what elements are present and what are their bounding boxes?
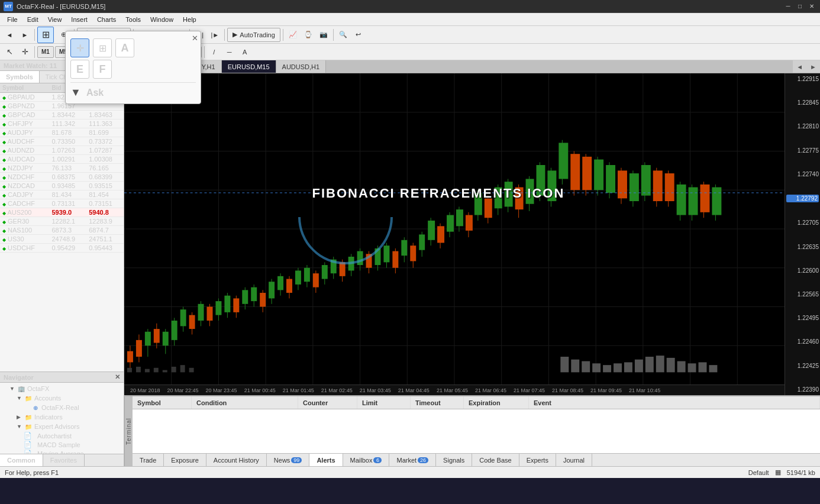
market-watch-row[interactable]: ◆ AUDCHF0.733500.73372: [0, 137, 124, 146]
mw-bid: 0.68375: [49, 173, 86, 182]
mw-ask: 111.363: [86, 119, 124, 128]
nav-autochartist[interactable]: 📄 Autochartist: [0, 431, 124, 440]
popup-crosshair-btn[interactable]: ✛: [70, 38, 89, 57]
svg-rect-46: [233, 298, 239, 312]
nav-autochartist-label: Autochartist: [37, 432, 72, 440]
tab-trade[interactable]: Trade: [133, 454, 164, 466]
window-title: OctaFX-Real - [EURUSD,M15]: [17, 3, 783, 10]
autotrading-button[interactable]: ▶ AutoTrading: [227, 28, 280, 42]
tab-mailbox[interactable]: Mailbox 6: [343, 454, 390, 466]
tab-account-history[interactable]: Account History: [206, 454, 267, 466]
draw-text[interactable]: A: [238, 45, 252, 59]
market-watch-row[interactable]: ◆ AUDJPY81.67881.699: [0, 128, 124, 137]
tab-alerts[interactable]: Alerts: [309, 454, 343, 466]
popup-f-btn[interactable]: F: [93, 60, 112, 79]
nav-macd-sample[interactable]: 📄 MACD Sample: [0, 440, 124, 449]
menu-view[interactable]: View: [43, 13, 67, 26]
mw-symbol: ◆ AUS200: [0, 208, 49, 217]
col-limit-header: Limit: [357, 396, 411, 409]
popup-text-btn[interactable]: A: [115, 38, 134, 57]
indicators-button[interactable]: 📈: [286, 28, 300, 42]
nav-expert-advisors[interactable]: ▼ 📁 Expert Advisors: [0, 422, 124, 431]
left-panel: Market Watch: 11 ✕ Symbols Tick Chart Sy…: [0, 60, 124, 466]
market-watch-title: Market Watch: 11: [4, 62, 57, 69]
history-button[interactable]: ↩: [351, 28, 366, 42]
market-watch-row[interactable]: ◆ GBPCAD1.834421.83463: [0, 111, 124, 119]
templates-button[interactable]: ⌚: [301, 28, 315, 42]
tab-symbols[interactable]: Symbols: [0, 71, 40, 83]
market-watch-row[interactable]: ◆ CADJPY81.43481.454: [0, 190, 124, 199]
close-button[interactable]: ✕: [807, 2, 816, 11]
market-watch-row[interactable]: ◆ GER3012282.112283.9: [0, 217, 124, 226]
nav-tab-favorites[interactable]: Favorites: [43, 454, 85, 466]
market-watch-row[interactable]: ◆ CHFJPY111.342111.363: [0, 119, 124, 128]
menu-help[interactable]: Help: [178, 13, 201, 26]
popup-grid-btn[interactable]: ⊞: [93, 38, 112, 57]
svg-rect-56: [277, 276, 283, 290]
draw-line[interactable]: /: [207, 45, 221, 59]
nav-accounts[interactable]: ▼ 📁 Accounts: [0, 393, 124, 403]
chart-tab-scroll-left[interactable]: ◄: [793, 60, 806, 73]
menu-edit[interactable]: Edit: [22, 13, 43, 26]
market-watch-row[interactable]: ◆ AUDNZD1.072631.07287: [0, 146, 124, 155]
tab-market[interactable]: Market 26: [389, 454, 436, 466]
popup-close-button[interactable]: ✕: [192, 34, 198, 43]
terminal-label[interactable]: Terminal: [124, 396, 133, 466]
chart-tab-eurusd[interactable]: EURUSD,M15: [222, 60, 276, 73]
market-watch-row[interactable]: ◆ NAS1006873.36874.7: [0, 226, 124, 235]
market-watch-row[interactable]: ◆ NZDCAD0.934850.93515: [0, 182, 124, 190]
svg-rect-163: [688, 363, 696, 372]
popup-e-btn[interactable]: E: [70, 60, 89, 79]
screenshot-button[interactable]: 📷: [317, 28, 331, 42]
timeframe-scroll-right[interactable]: |►: [208, 28, 222, 42]
market-watch-row[interactable]: ◆ AUS2005939.05940.8: [0, 208, 124, 217]
candle-chart[interactable]: [124, 73, 785, 385]
svg-rect-28: [154, 329, 160, 343]
forward-button[interactable]: ►: [18, 28, 32, 42]
market-watch-row[interactable]: ◆ US3024748.924751.1: [0, 235, 124, 244]
nav-moving-average[interactable]: 📄 Moving Average: [0, 449, 124, 454]
plus-icon: ⊕: [31, 403, 40, 412]
market-watch-row[interactable]: ◆ NZDJPY76.13376.165: [0, 164, 124, 173]
tab-exposure[interactable]: Exposure: [164, 454, 206, 466]
mw-ask: 1.00308: [86, 155, 124, 164]
tab-code-base[interactable]: Code Base: [472, 454, 519, 466]
menu-charts[interactable]: Charts: [92, 13, 121, 26]
toolbar-separator-5: [224, 29, 225, 41]
tab-signals[interactable]: Signals: [436, 454, 472, 466]
market-watch-row[interactable]: ◆ USDCHF0.954290.95443: [0, 244, 124, 253]
menu-insert[interactable]: Insert: [66, 13, 92, 26]
line-tools-button[interactable]: ⊞: [37, 27, 54, 43]
nav-octafx[interactable]: ▼ 🏢 OctaFX: [0, 384, 124, 393]
menu-file[interactable]: File: [2, 13, 22, 26]
market-watch-row[interactable]: ◆ CADCHF0.731310.73151: [0, 199, 124, 208]
menu-window[interactable]: Window: [146, 13, 178, 26]
memory-icon: ▦: [775, 469, 781, 476]
svg-rect-36: [189, 315, 195, 329]
nav-octafx-real[interactable]: ▶ ⊕ OctaFX-Real: [0, 403, 124, 412]
chart-tab-scroll-right[interactable]: ►: [806, 60, 820, 73]
market-watch-row[interactable]: ◆ NZDCHF0.683750.68399: [0, 173, 124, 182]
tab-journal[interactable]: Journal: [556, 454, 592, 466]
svg-rect-82: [392, 251, 398, 268]
chart-tabs-spacer: [326, 60, 793, 73]
nav-tab-common[interactable]: Common: [0, 454, 43, 466]
chart-tab-audusd[interactable]: AUDUSD,H1: [276, 60, 327, 73]
draw-hline[interactable]: ─: [222, 45, 237, 59]
menu-tools[interactable]: Tools: [121, 13, 146, 26]
back-button[interactable]: ◄: [2, 28, 17, 42]
expand-indicators: ▶: [17, 414, 22, 420]
nav-indicators[interactable]: ▶ 📁 Indicators: [0, 412, 124, 422]
cursor-tool[interactable]: ↖: [2, 45, 17, 59]
minimize-button[interactable]: ─: [783, 2, 793, 11]
svg-rect-30: [163, 332, 169, 345]
maximize-button[interactable]: □: [795, 2, 805, 11]
folder-icon-accounts: 📁: [24, 394, 33, 402]
market-watch-row[interactable]: ◆ AUDCAD1.002911.00308: [0, 155, 124, 164]
search-button[interactable]: 🔍: [336, 28, 350, 42]
tab-news[interactable]: News 99: [267, 454, 310, 466]
crosshair-tool[interactable]: ✛: [18, 45, 32, 59]
navigator-close[interactable]: ✕: [115, 373, 120, 381]
period-m1[interactable]: M1: [37, 46, 54, 58]
tab-experts[interactable]: Experts: [519, 454, 556, 466]
